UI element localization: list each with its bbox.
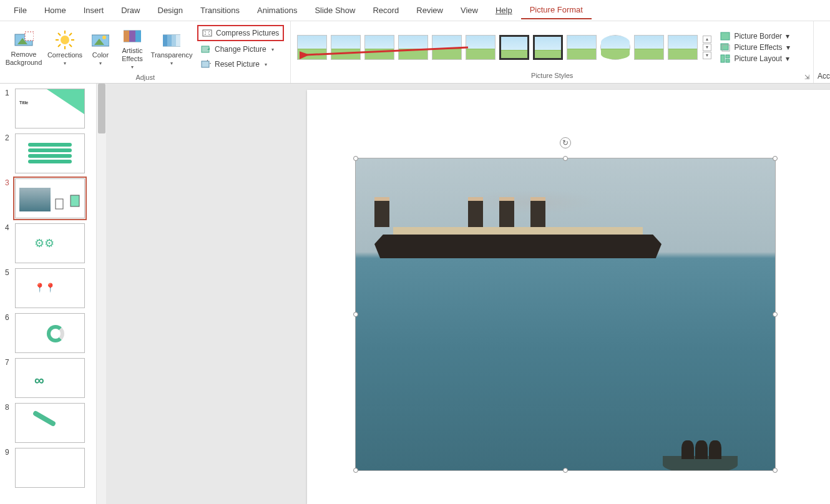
slide-thumbnail[interactable]: 4 ⚙⚙: [1, 221, 95, 266]
gallery-scroll-down[interactable]: ▾: [703, 44, 711, 51]
svg-rect-23: [176, 35, 180, 46]
slide-thumbnail[interactable]: 3: [1, 176, 95, 221]
tab-draw[interactable]: Draw: [112, 2, 149, 19]
slide-number: 1: [5, 89, 11, 97]
tab-animations[interactable]: Animations: [248, 2, 306, 19]
chevron-down-icon: ▾: [64, 61, 66, 67]
picture-style-option[interactable]: [297, 35, 327, 60]
picture-style-option[interactable]: [364, 35, 394, 60]
slide-thumbnail-panel: 1 Title 2 3 4 ⚙⚙ 5 📍📍 6: [0, 84, 106, 504]
slide-canvas-area[interactable]: ↻ ⁄⁄⁄: [106, 84, 830, 504]
reset-picture-button[interactable]: Reset Picture ▾: [197, 57, 284, 71]
slide-number: 2: [5, 133, 11, 142]
svg-line-11: [69, 33, 72, 36]
svg-point-3: [61, 36, 69, 44]
picture-styles-group-label: Picture Styles: [295, 70, 809, 80]
svg-point-14: [102, 36, 106, 39]
resize-handle[interactable]: [353, 156, 358, 161]
corrections-button[interactable]: Corrections ▾: [45, 24, 85, 72]
chevron-down-icon: ▾: [170, 61, 173, 67]
color-icon: [90, 30, 110, 50]
picture-effects-button[interactable]: Picture Effects ▾: [720, 43, 789, 52]
corrections-label: Corrections: [47, 51, 82, 59]
gallery-scroll-up[interactable]: ▴: [703, 36, 711, 43]
slide-thumbnail[interactable]: 2: [1, 131, 95, 176]
slide-number: 7: [5, 358, 11, 367]
accessibility-label[interactable]: Acc: [818, 72, 830, 80]
svg-rect-27: [721, 32, 730, 40]
picture-style-option[interactable]: [499, 35, 529, 60]
slide-thumbnail[interactable]: 8: [1, 400, 95, 445]
picture-layout-button[interactable]: Picture Layout ▾: [720, 54, 789, 63]
picture-border-icon: [720, 32, 730, 41]
selected-picture[interactable]: ↻: [356, 158, 775, 470]
tab-home[interactable]: Home: [36, 2, 75, 19]
resize-handle[interactable]: [773, 312, 778, 317]
slide-number: 4: [5, 223, 11, 232]
picture-style-option[interactable]: [668, 35, 698, 60]
remove-background-button[interactable]: Remove Background: [4, 24, 44, 72]
picture-style-option[interactable]: [331, 35, 361, 60]
resize-handle[interactable]: [353, 312, 358, 317]
svg-rect-17: [129, 31, 135, 42]
compress-pictures-button[interactable]: Compress Pictures: [197, 25, 284, 41]
artistic-effects-icon: [122, 26, 142, 46]
chevron-down-icon: ▾: [265, 62, 267, 67]
change-picture-icon: [201, 45, 211, 54]
picture-style-option[interactable]: [634, 35, 664, 60]
resize-handle[interactable]: [353, 468, 358, 473]
rotate-handle[interactable]: ↻: [560, 137, 571, 148]
tab-review[interactable]: Review: [408, 2, 452, 19]
dialog-launcher-icon[interactable]: ⇲: [804, 74, 809, 80]
slide-list[interactable]: 1 Title 2 3 4 ⚙⚙ 5 📍📍 6: [0, 84, 96, 504]
slide-thumbnail[interactable]: 6: [1, 311, 95, 356]
picture-style-option[interactable]: [466, 35, 496, 60]
picture-style-option[interactable]: [432, 35, 462, 60]
tab-file[interactable]: File: [5, 2, 36, 19]
picture-style-option[interactable]: [398, 35, 428, 60]
picture-border-button[interactable]: Picture Border ▾: [720, 32, 789, 41]
slide-thumbnail[interactable]: 9: [1, 445, 95, 490]
artistic-effects-button[interactable]: Artistic Effects ▾: [116, 24, 149, 72]
slide-number: 9: [5, 448, 11, 457]
transparency-button[interactable]: Transparency ▾: [150, 24, 193, 72]
tab-design[interactable]: Design: [149, 2, 192, 19]
tab-insert[interactable]: Insert: [75, 2, 113, 19]
ribbon-group-accessibility: Acc: [814, 21, 830, 83]
resize-handle[interactable]: [773, 468, 778, 473]
picture-effects-icon: [720, 43, 730, 52]
slide-number: 5: [5, 268, 11, 277]
resize-handle[interactable]: [563, 468, 568, 473]
compress-pictures-label: Compress Pictures: [216, 29, 279, 37]
change-picture-button[interactable]: Change Picture ▾: [197, 42, 284, 56]
ribbon: Remove Background Corrections ▾ Color ▾: [0, 21, 830, 84]
picture-style-option[interactable]: [600, 35, 630, 60]
svg-rect-21: [167, 35, 172, 46]
tab-transitions[interactable]: Transitions: [192, 2, 248, 19]
picture-layout-label: Picture Layout: [734, 54, 782, 63]
tab-picture-format[interactable]: Picture Format: [521, 1, 592, 19]
svg-line-8: [58, 33, 61, 36]
resize-handle[interactable]: [773, 156, 778, 161]
picture-style-option[interactable]: [567, 35, 597, 60]
chevron-down-icon: ▾: [131, 64, 134, 70]
slide-number: 3: [5, 178, 11, 187]
tab-view[interactable]: View: [452, 2, 487, 19]
slide-thumbnail[interactable]: 1 Title: [1, 86, 95, 131]
remove-background-icon: [14, 29, 34, 49]
tab-help[interactable]: Help: [487, 2, 521, 19]
tab-record[interactable]: Record: [364, 2, 408, 19]
chevron-down-icon: ▾: [786, 43, 790, 52]
slide-thumbnail[interactable]: 5 📍📍: [1, 266, 95, 311]
color-button[interactable]: Color ▾: [86, 24, 115, 72]
slide-panel-scrollbar[interactable]: [96, 84, 106, 504]
slide-thumbnail[interactable]: 7 ∞: [1, 356, 95, 400]
change-picture-label: Change Picture: [215, 45, 266, 54]
tab-slideshow[interactable]: Slide Show: [306, 2, 364, 19]
main-area: 1 Title 2 3 4 ⚙⚙ 5 📍📍 6: [0, 84, 830, 504]
picture-style-option[interactable]: [533, 35, 563, 60]
gallery-expand[interactable]: ▾: [703, 52, 711, 59]
compress-icon: [202, 29, 212, 37]
resize-handle[interactable]: [563, 156, 568, 161]
scrollbar-thumb[interactable]: [98, 84, 105, 133]
